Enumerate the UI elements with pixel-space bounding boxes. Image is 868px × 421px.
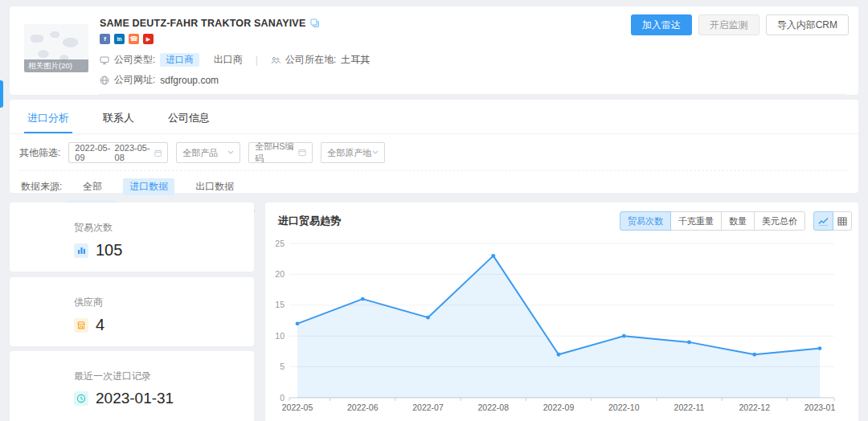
date-end: 2023-05-08	[115, 143, 154, 162]
metric-usd-total-button[interactable]: 美元总价	[754, 211, 805, 231]
add-radar-button[interactable]: 加入雷达	[631, 14, 692, 35]
shop-icon	[74, 318, 88, 333]
facebook-icon[interactable]: f	[100, 34, 110, 44]
analysis-panel: 进口分析 联系人 公司信息 其他筛选: 2022-05-09 2023-05-0…	[10, 100, 858, 193]
svg-text:25: 25	[275, 239, 285, 248]
import-trend-card: 进口贸易趋势 贸易次数 千克重量 数量 美元总价 05101520252022-…	[265, 202, 858, 421]
metric-trade-count-button[interactable]: 贸易次数	[620, 211, 671, 231]
svg-text:2022-11: 2022-11	[674, 403, 705, 412]
last-import-value: 2023-01-31	[96, 390, 174, 407]
import-crm-button[interactable]: 导入内部CRM	[766, 14, 849, 35]
exporter-option[interactable]: 出口商	[214, 53, 243, 67]
company-image-thumbnail[interactable]: 相关图片(20)	[24, 24, 88, 72]
svg-text:2022-12: 2022-12	[739, 403, 770, 412]
svg-text:2022-05: 2022-05	[282, 403, 313, 412]
bar-chart-icon	[74, 243, 88, 258]
svg-text:10: 10	[275, 331, 285, 341]
dotted-separator	[100, 94, 845, 95]
supplier-value: 4	[96, 316, 104, 334]
supplier-label: 供应商	[74, 296, 254, 309]
tab-bar: 进口分析 联系人 公司信息	[10, 100, 858, 134]
data-source-row: 数据来源: 全部 进口数据 出口数据	[10, 171, 858, 195]
youtube-icon[interactable]: ▶	[143, 34, 154, 44]
company-name: SAME DEUTZ-FAHR TRAKTOR SANAYIVE	[100, 18, 305, 29]
trade-count-label: 贸易次数	[74, 221, 254, 235]
source-export-data[interactable]: 出口数据	[195, 180, 234, 194]
source-all[interactable]: 全部	[83, 180, 102, 194]
supplier-card: 供应商 4	[10, 277, 254, 346]
svg-text:2023-01: 2023-01	[805, 403, 836, 412]
origin-select[interactable]: 全部原产地	[321, 142, 385, 163]
chart-title: 进口贸易趋势	[278, 214, 341, 228]
hs-code-select-value: 全部HS编码	[255, 141, 298, 165]
clock-icon	[74, 391, 88, 406]
sidebar-drawer-handle[interactable]	[0, 80, 3, 108]
data-source-label: 数据来源:	[21, 180, 62, 194]
chevron-down-icon	[372, 150, 379, 155]
svg-text:2022-10: 2022-10	[608, 403, 640, 412]
location-icon	[271, 55, 280, 65]
svg-text:15: 15	[275, 300, 285, 309]
copy-icon[interactable]	[310, 18, 320, 28]
calendar-icon	[154, 149, 162, 157]
product-select[interactable]: 全部产品	[176, 142, 240, 163]
website-value[interactable]: sdfgroup.com	[160, 75, 219, 86]
origin-select-value: 全部原产地	[327, 147, 371, 159]
related-images-label[interactable]: 相关图片(20)	[24, 59, 88, 72]
svg-text:5: 5	[280, 362, 285, 371]
divider: |	[256, 55, 258, 66]
last-import-label: 最近一次进口记录	[74, 370, 254, 383]
date-range-picker[interactable]: 2022-05-09 2023-05-08	[68, 142, 168, 163]
chevron-down-icon	[227, 150, 234, 155]
line-chart-icon[interactable]	[813, 211, 833, 231]
metric-kg-weight-button[interactable]: 千克重量	[670, 211, 722, 231]
website-label: 公司网址:	[114, 73, 155, 87]
window-icon	[298, 149, 306, 157]
filter-row: 其他筛选: 2022-05-09 2023-05-08 全部产品 全部HS编码 …	[10, 134, 858, 163]
svg-text:20: 20	[275, 269, 285, 279]
trade-count-value: 105	[96, 241, 122, 260]
tab-contacts[interactable]: 联系人	[103, 111, 134, 133]
header-actions: 加入雷达 开启监测 导入内部CRM	[631, 14, 849, 35]
svg-text:2022-09: 2022-09	[543, 403, 575, 412]
metric-button-group: 贸易次数 千克重量 数量 美元总价	[620, 211, 805, 231]
table-icon[interactable]	[833, 211, 852, 231]
svg-text:2022-06: 2022-06	[347, 403, 379, 412]
date-start: 2022-05-09	[75, 143, 114, 162]
globe-icon	[100, 76, 109, 85]
product-select-value: 全部产品	[182, 147, 218, 159]
start-monitor-button[interactable]: 开启监测	[698, 14, 760, 35]
view-toggle-group	[813, 211, 852, 231]
svg-text:0: 0	[280, 393, 285, 403]
other-filter-label: 其他筛选:	[19, 146, 60, 160]
metric-quantity-button[interactable]: 数量	[721, 211, 755, 231]
importer-badge[interactable]: 进口商	[160, 53, 199, 67]
svg-text:2022-07: 2022-07	[412, 403, 444, 412]
company-type-icon	[100, 55, 109, 65]
svg-text:2022-08: 2022-08	[477, 403, 509, 412]
company-type-label: 公司类型:	[114, 53, 155, 67]
hs-code-select[interactable]: 全部HS编码	[248, 142, 313, 163]
trade-count-card: 贸易次数 105	[10, 202, 254, 272]
import-trend-chart[interactable]: 05101520252022-052022-062022-072022-0820…	[265, 235, 845, 417]
linkedin-icon[interactable]: in	[114, 34, 125, 44]
last-import-card: 最近一次进口记录 2023-01-31	[10, 351, 254, 421]
source-import-data[interactable]: 进口数据	[123, 178, 174, 195]
location-label: 公司所在地:	[285, 53, 336, 67]
tab-import-analysis[interactable]: 进口分析	[27, 111, 69, 133]
company-header-card: 相关图片(20) SAME DEUTZ-FAHR TRAKTOR SANAYIV…	[10, 6, 858, 95]
location-value: 土耳其	[341, 53, 370, 67]
tab-company-info[interactable]: 公司信息	[168, 111, 210, 133]
phone-icon[interactable]: ☎	[129, 34, 139, 44]
